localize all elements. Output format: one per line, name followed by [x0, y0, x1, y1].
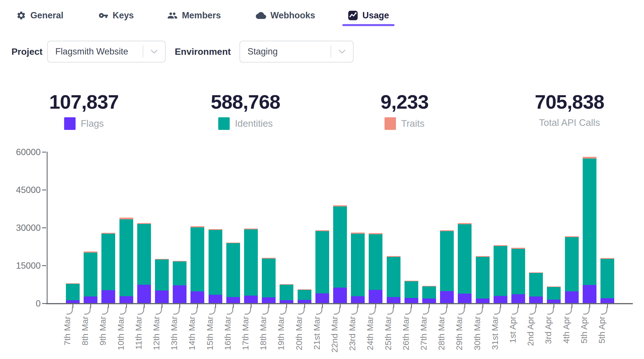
bar-segment-flags[interactable]: [547, 300, 561, 303]
bar-segment-traits[interactable]: [405, 281, 418, 281]
bar-segment-identities[interactable]: [173, 262, 186, 285]
bar-segment-flags[interactable]: [476, 298, 490, 303]
bar-segment-flags[interactable]: [191, 291, 204, 303]
bar-segment-identities[interactable]: [244, 229, 258, 296]
bar-segment-traits[interactable]: [173, 261, 186, 262]
bar-segment-traits[interactable]: [351, 233, 365, 234]
project-select[interactable]: Flagsmith Website: [47, 41, 166, 63]
bar-segment-traits[interactable]: [209, 229, 222, 230]
bar-segment-identities[interactable]: [547, 287, 561, 300]
tab-keys[interactable]: Keys: [99, 8, 134, 23]
bar-segment-identities[interactable]: [405, 281, 418, 298]
bar-segment-identities[interactable]: [583, 159, 596, 285]
bar-segment-identities[interactable]: [476, 257, 490, 298]
bar-segment-traits[interactable]: [84, 251, 97, 252]
bar-segment-traits[interactable]: [119, 218, 133, 219]
bar-segment-traits[interactable]: [315, 230, 329, 231]
bar-segment-flags[interactable]: [529, 296, 543, 303]
bar-segment-flags[interactable]: [137, 285, 151, 303]
bar-segment-traits[interactable]: [101, 233, 115, 234]
bar-segment-identities[interactable]: [511, 249, 525, 294]
bar-segment-flags[interactable]: [226, 297, 240, 303]
bar-segment-identities[interactable]: [600, 259, 614, 298]
bar-segment-flags[interactable]: [600, 298, 614, 303]
bar-segment-flags[interactable]: [494, 296, 507, 303]
bar-segment-flags[interactable]: [351, 296, 365, 303]
bar-segment-flags[interactable]: [209, 295, 222, 303]
bar-segment-identities[interactable]: [226, 243, 240, 297]
bar-segment-identities[interactable]: [458, 224, 472, 294]
bar-segment-traits[interactable]: [387, 256, 400, 257]
bar-segment-identities[interactable]: [155, 260, 169, 290]
bar-segment-traits[interactable]: [440, 230, 454, 231]
bar-segment-flags[interactable]: [173, 285, 186, 303]
bar-segment-traits[interactable]: [494, 245, 507, 246]
bar-segment-identities[interactable]: [529, 273, 543, 296]
bar-segment-traits[interactable]: [511, 248, 525, 249]
bar-segment-traits[interactable]: [529, 272, 543, 273]
bar-segment-traits[interactable]: [583, 157, 596, 158]
tab-webhooks[interactable]: Webhooks: [256, 8, 315, 23]
bar-segment-flags[interactable]: [244, 296, 258, 303]
bar-segment-identities[interactable]: [137, 224, 151, 285]
bar-segment-flags[interactable]: [298, 300, 311, 303]
bar-segment-identities[interactable]: [333, 206, 347, 288]
bar-segment-flags[interactable]: [387, 297, 400, 303]
tab-members[interactable]: Members: [167, 8, 221, 23]
bar-segment-flags[interactable]: [84, 296, 97, 303]
bar-segment-traits[interactable]: [565, 236, 579, 237]
bar-segment-flags[interactable]: [119, 296, 133, 303]
bar-segment-flags[interactable]: [315, 293, 329, 303]
bar-segment-traits[interactable]: [298, 289, 311, 290]
bar-segment-flags[interactable]: [511, 294, 525, 303]
bar-segment-identities[interactable]: [119, 219, 133, 296]
bar-segment-flags[interactable]: [66, 300, 80, 303]
bar-segment-identities[interactable]: [387, 257, 400, 297]
bar-segment-traits[interactable]: [262, 258, 276, 258]
bar-segment-identities[interactable]: [66, 284, 80, 301]
bar-segment-flags[interactable]: [101, 290, 115, 303]
bar-segment-traits[interactable]: [600, 258, 614, 259]
bar-segment-flags[interactable]: [405, 298, 418, 303]
bar-segment-traits[interactable]: [476, 256, 490, 257]
tab-general[interactable]: General: [16, 8, 63, 23]
bar-segment-flags[interactable]: [458, 294, 472, 303]
bar-segment-traits[interactable]: [191, 226, 204, 227]
bar-segment-flags[interactable]: [280, 300, 293, 303]
bar-segment-traits[interactable]: [137, 223, 151, 224]
bar-segment-identities[interactable]: [209, 230, 222, 295]
environment-select[interactable]: Staging: [239, 41, 354, 63]
bar-segment-flags[interactable]: [440, 291, 454, 303]
bar-segment-flags[interactable]: [369, 290, 382, 303]
bar-segment-identities[interactable]: [101, 234, 115, 290]
bar-segment-identities[interactable]: [84, 253, 97, 297]
bar-segment-flags[interactable]: [262, 297, 276, 303]
bar-segment-traits[interactable]: [66, 283, 80, 284]
bar-segment-identities[interactable]: [369, 234, 382, 290]
bar-segment-identities[interactable]: [494, 246, 507, 296]
bar-segment-flags[interactable]: [583, 285, 596, 303]
bar-segment-traits[interactable]: [244, 229, 258, 229]
bar-segment-identities[interactable]: [315, 231, 329, 293]
bar-segment-identities[interactable]: [262, 259, 276, 297]
bar-segment-identities[interactable]: [191, 227, 204, 291]
bar-segment-flags[interactable]: [333, 288, 347, 303]
bar-segment-traits[interactable]: [369, 233, 382, 234]
bar-segment-traits[interactable]: [333, 205, 347, 206]
bar-segment-traits[interactable]: [547, 286, 561, 287]
bar-segment-traits[interactable]: [280, 284, 293, 285]
bar-segment-traits[interactable]: [226, 243, 240, 243]
tab-usage[interactable]: Usage: [348, 8, 389, 23]
bar-segment-traits[interactable]: [155, 259, 169, 260]
bar-segment-identities[interactable]: [298, 290, 311, 300]
bar-segment-flags[interactable]: [155, 290, 169, 303]
bar-segment-identities[interactable]: [280, 285, 293, 301]
bar-segment-identities[interactable]: [565, 237, 579, 291]
bar-segment-traits[interactable]: [458, 223, 472, 224]
bar-segment-identities[interactable]: [351, 234, 365, 296]
bar-segment-identities[interactable]: [440, 231, 454, 291]
bar-segment-identities[interactable]: [422, 286, 436, 298]
bar-segment-flags[interactable]: [422, 298, 436, 303]
bar-segment-flags[interactable]: [565, 291, 579, 303]
bar-segment-traits[interactable]: [422, 286, 436, 286]
